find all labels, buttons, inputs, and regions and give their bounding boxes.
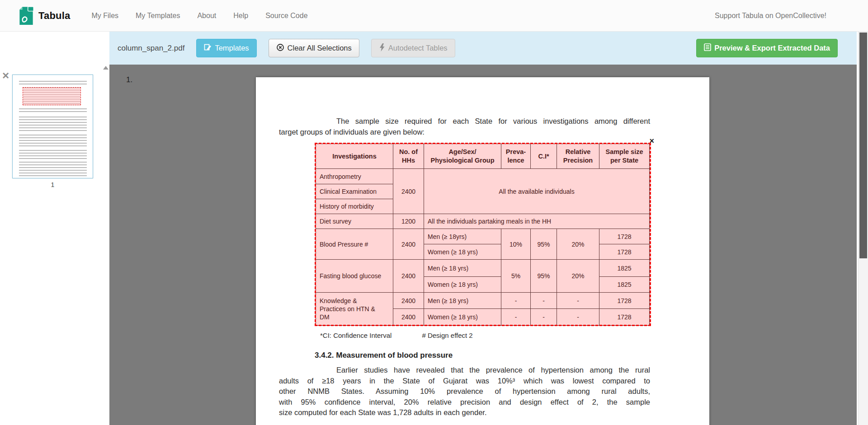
document-filename: column_span_2.pdf [118,44,184,53]
templates-button[interactable]: Templates [196,39,256,57]
nav-menu: My Files My Templates About Help Source … [83,12,316,20]
tabula-app: Tabula My Files My Templates About Help … [0,0,868,425]
body-paragraph: Earlier studies have revealed that the p… [279,365,650,418]
tabula-logo-icon [18,5,34,27]
close-document-icon[interactable]: × [2,70,9,81]
thumbnail-selection-box [23,87,81,105]
vertical-scrollbar-thumb[interactable] [859,33,867,258]
nav-item-help[interactable]: Help [225,12,257,20]
nav-item-my-files[interactable]: My Files [83,12,127,20]
page-number-marker: 1. [126,75,132,84]
thumbnail-text-lines [19,117,87,132]
top-navbar: Tabula My Files My Templates About Help … [0,0,868,32]
clear-circle-x-icon [276,43,284,53]
thumbnail-text-lines [19,135,87,147]
thumbnail-text-lines [19,108,87,114]
workspace: 1. The sample size required for each Sta… [109,65,857,425]
intro-paragraph: The sample size required for each State … [279,116,650,137]
thumbnail-text-lines [19,162,87,177]
clear-all-selections-button[interactable]: Clear All Selections [269,39,359,57]
table-list-icon [704,43,711,53]
thumbnail-text-lines [19,81,87,85]
template-icon [204,43,212,53]
nav-item-source-code[interactable]: Source Code [257,12,316,20]
nav-item-my-templates[interactable]: My Templates [127,12,189,20]
section-heading: 3.4.2. Measurement of blood pressure [315,351,453,360]
page-thumbnail[interactable] [12,75,93,178]
autodetect-tables-button[interactable]: Autodetect Tables [371,39,455,57]
toolbar: column_span_2.pdf Templates Clear All Se… [109,32,857,65]
brand-name: Tabula [38,10,70,22]
table-footnote: *CI: Confidence Interval# Design effect … [320,332,473,339]
vertical-scrollbar-track[interactable] [858,32,868,425]
lightning-bolt-icon [379,43,385,53]
nav-item-about[interactable]: About [189,12,225,20]
preview-export-button[interactable]: Preview & Export Extracted Data [696,39,838,57]
sidebar-scroll-up-arrow[interactable] [103,66,108,70]
brand-link[interactable]: Tabula [18,5,70,27]
support-link[interactable]: Support Tabula on OpenCollective! [715,12,826,20]
pdf-page[interactable]: The sample size required for each State … [256,77,709,425]
page-thumbnail-sidebar: × 1 [0,32,109,425]
table-selection-overlay[interactable]: × [315,143,651,326]
remove-selection-icon[interactable]: × [649,137,654,145]
thumbnail-page-number: 1 [12,181,93,188]
thumbnail-text-lines [19,150,87,159]
